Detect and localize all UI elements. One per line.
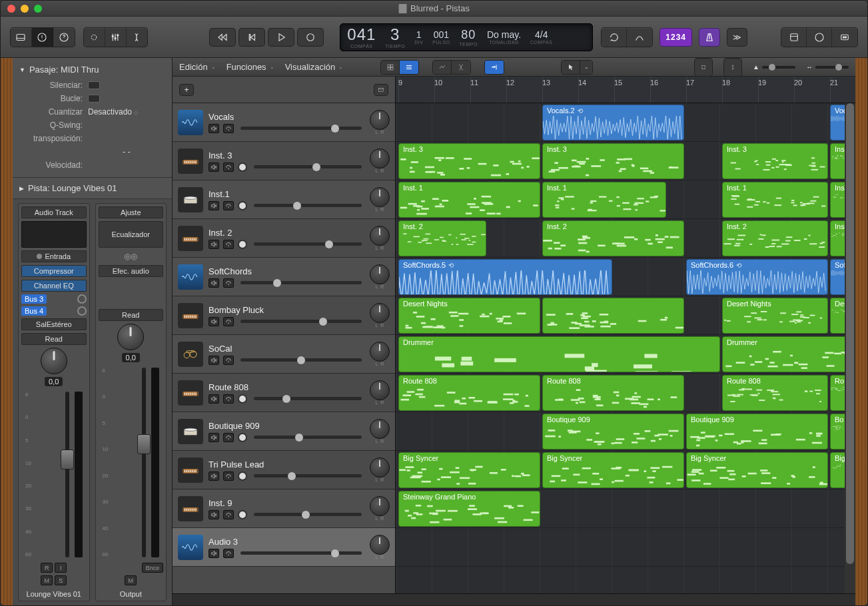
mute-button[interactable]: M [41,575,53,585]
track-header[interactable]: Audio 3L R [173,528,395,567]
smart-controls-button[interactable] [84,28,105,47]
track-header[interactable]: Bombay PluckL R [173,296,395,335]
mute-checkbox[interactable] [88,81,100,89]
inspector-button[interactable] [32,28,53,47]
pista-header[interactable]: ▶Pista: Lounge Vibes 01 [19,180,165,196]
metronome-button[interactable] [699,28,720,47]
track-header[interactable]: SoftChordsL R [173,258,395,296]
add-track-button[interactable]: + [179,84,194,96]
region[interactable]: Route 808 [542,375,684,411]
region[interactable]: Boutique 909 [686,414,828,450]
automation-mode[interactable]: Read [99,309,164,321]
snap-button[interactable] [694,58,713,77]
pan-knob[interactable] [370,187,390,207]
region[interactable]: Drummer [722,336,855,372]
pan-knob[interactable] [370,380,390,400]
notes-button[interactable] [807,28,832,47]
record-enable[interactable] [238,471,247,481]
pan-knob[interactable] [117,324,144,350]
region[interactable]: Big Syncer [686,452,828,488]
setting-button[interactable]: Ajuste [99,206,164,218]
mute-icon[interactable] [209,317,219,326]
view-grid-button[interactable] [381,61,400,74]
track-header[interactable]: Inst.1L R [173,180,395,219]
region[interactable]: SoftChords.5⟲ [398,259,612,295]
menu-edicion[interactable]: Edición⌄ [179,62,216,72]
solo-icon[interactable] [223,356,234,365]
pan-knob[interactable] [370,149,390,168]
eq-button[interactable]: Ecualizador [99,221,164,248]
volume-slider[interactable] [254,204,362,207]
solo-icon[interactable] [223,317,234,326]
region[interactable]: Big Syncer [542,452,684,488]
go-to-start-button[interactable] [238,28,265,47]
mute-icon[interactable] [209,394,219,404]
pan-knob[interactable] [370,342,390,362]
send-knob-icon[interactable] [77,306,87,316]
volume-fader[interactable] [65,392,69,557]
record-enable[interactable] [238,240,247,249]
editors-button[interactable] [127,28,148,47]
list-editors-button[interactable] [781,28,807,47]
solo-icon[interactable] [223,471,234,481]
send-bus4[interactable]: Bus 4 [21,306,47,316]
region[interactable] [542,298,684,334]
output-select[interactable]: SalEstéreo [21,318,87,330]
horiz-zoom-slider[interactable]: ↔ [806,63,849,71]
region[interactable]: Inst. 3 [398,143,540,179]
solo-icon[interactable] [223,124,234,133]
minimize-icon[interactable] [21,5,29,13]
volume-slider[interactable] [240,358,362,362]
pan-knob[interactable] [370,110,390,130]
region[interactable]: Inst. 2 [542,220,684,256]
region[interactable]: Inst. 1 [398,182,540,218]
region[interactable]: Inst. 1 [722,182,828,218]
loops-button[interactable] [832,28,857,47]
automation-mode[interactable]: Read [21,333,87,345]
track-header[interactable]: SoCalL R [173,335,395,374]
solo-icon[interactable] [223,549,234,558]
mute-icon[interactable] [209,124,219,133]
audio-track-tab[interactable]: Audio Track [21,206,87,218]
insert-channel-eq[interactable]: Channel EQ [21,280,87,292]
track-header[interactable]: Route 808L R [173,374,395,412]
vertical-scrollbar[interactable] [845,103,855,593]
solo-icon[interactable] [223,240,234,249]
region[interactable]: Route 808 [722,375,828,411]
ruler[interactable]: 9101112131415161718192021 [396,77,855,103]
tool-menu[interactable]: ⌄ [580,61,592,74]
close-icon[interactable] [7,5,15,13]
catch-button[interactable] [485,61,504,74]
volume-slider[interactable] [240,551,362,555]
pan-knob[interactable] [370,226,390,246]
record-enable[interactable] [238,433,247,442]
input-monitor-i[interactable]: I [55,563,67,573]
pasaje-header[interactable]: ▼Pasaje: MIDI Thru [19,62,165,77]
volume-slider[interactable] [254,165,362,168]
input-monitor-r[interactable]: R [41,563,53,573]
record-enable[interactable] [238,162,247,172]
gain-readout[interactable]: 0,0 [45,377,63,386]
region[interactable]: Desert Nights [722,298,828,334]
track-header[interactable]: Inst. 2L R [173,219,395,258]
region[interactable]: Drummer [398,336,720,372]
pan-knob[interactable] [370,457,390,477]
horizontal-scrollbar[interactable] [173,593,855,605]
zoom-vertical-button[interactable] [723,58,742,77]
volume-slider[interactable] [254,397,362,400]
vert-zoom-slider[interactable]: ▲ [753,63,795,71]
record-enable[interactable] [238,394,247,404]
view-list-button[interactable] [400,61,418,74]
pan-knob[interactable] [370,496,390,516]
solo-icon[interactable] [223,433,234,442]
global-tracks-button[interactable] [374,84,388,96]
pan-knob[interactable] [370,419,390,439]
track-header[interactable]: Inst. 3L R [173,142,395,180]
record-enable[interactable] [238,201,247,210]
region[interactable]: Inst. 2 [398,220,486,256]
menu-funciones[interactable]: Funciones⌄ [226,62,274,72]
region[interactable]: Big Syncer [398,452,540,488]
insert-compressor[interactable]: Compressor [21,265,87,277]
mute-icon[interactable] [209,433,219,442]
solo-button[interactable]: S [55,575,67,585]
